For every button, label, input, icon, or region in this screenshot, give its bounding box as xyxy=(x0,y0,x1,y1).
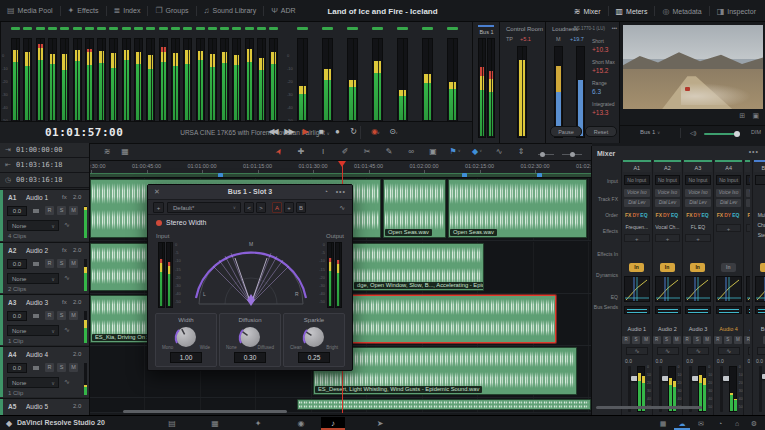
mixer-trackfx-chip[interactable]: Voice Iso xyxy=(655,189,681,197)
knob-dial[interactable] xyxy=(176,327,196,347)
flag-tool-icon[interactable]: ⚑ ∨ xyxy=(448,147,462,156)
mixer-add-effect-button[interactable]: + xyxy=(746,224,750,232)
trim-tool-icon[interactable]: ✚ xyxy=(294,147,308,156)
lock-icon[interactable] xyxy=(33,262,39,266)
mixer-effects-in-button[interactable]: In xyxy=(660,263,675,272)
panel-toggle-media-pool[interactable]: ▤Media Pool xyxy=(0,0,60,22)
record-voiceover-button[interactable]: ◉ ∨ xyxy=(368,127,383,136)
mixer-input-select[interactable]: No Input xyxy=(624,175,650,185)
knob-dial[interactable] xyxy=(304,327,324,347)
mixer-m-button[interactable]: M xyxy=(642,336,650,344)
loudness-menu[interactable]: ••• xyxy=(612,25,617,31)
mixer-trackfx-chip[interactable]: Voice Iso xyxy=(746,189,750,197)
page-button-deliver[interactable]: ➤ xyxy=(368,417,392,430)
track-preset-dropdown[interactable]: None∨ xyxy=(7,377,59,388)
track-header-A3[interactable]: A3Audio 3fx2.00.0RSMNone∨∿1 Clip xyxy=(0,294,90,345)
mixer-effect-name[interactable]: Multiba... xyxy=(755,212,765,218)
mixer-trackfx-chip[interactable]: Dial Lev xyxy=(716,199,742,207)
range-tool-icon[interactable]: I xyxy=(316,147,330,156)
timecode-row-duration[interactable]: ◷00:03:16:18 xyxy=(0,173,89,188)
mixer-pan-control[interactable]: ∿ xyxy=(718,347,740,355)
lock-icon[interactable] xyxy=(33,314,39,318)
play-button[interactable]: ▶ xyxy=(297,127,312,136)
automation-curve-icon[interactable]: ∿ xyxy=(64,378,70,386)
mixer-fader[interactable] xyxy=(759,366,762,412)
timecode-row-out-point[interactable]: ⇤01:03:16:18 xyxy=(0,158,89,173)
plugin-menu-icon[interactable]: ••• xyxy=(336,188,346,195)
panel-toggle-metadata[interactable]: ◎Metadata xyxy=(655,0,708,22)
plugin-titlebar[interactable]: ✕ Bus 1 - Slot 3 ◔ ••• xyxy=(148,185,352,200)
mixer-r-button[interactable]: R xyxy=(714,336,722,344)
track-r-button[interactable]: R xyxy=(45,311,54,320)
mixer-fader[interactable] xyxy=(720,366,723,412)
mixer-s-button[interactable]: S xyxy=(693,336,701,344)
track-gain-value[interactable]: 0.0 xyxy=(7,363,27,373)
collaboration-icon[interactable]: ◔ xyxy=(712,417,728,430)
timeline-h-scrollbar[interactable] xyxy=(123,410,287,413)
pen-tool-icon[interactable]: ✐ xyxy=(338,147,352,156)
mixer-h-scrollbar[interactable] xyxy=(596,406,702,409)
mixer-dynamics-graph[interactable] xyxy=(655,276,681,302)
mixer-order-indicator[interactable]: FXDYEQ xyxy=(714,212,744,218)
mixer-strip-A3[interactable]: A3No InputVoice IsoDial LevFXDYEQFL EQ+I… xyxy=(682,160,713,415)
page-button-color[interactable]: ◉ xyxy=(289,417,313,430)
mixer-effect-name[interactable]: Frequen... xyxy=(624,224,650,230)
track-m-button[interactable]: M xyxy=(69,206,78,215)
layout-presets-icon[interactable]: ▦ xyxy=(655,417,671,430)
preset-prev-button[interactable]: < xyxy=(244,202,254,213)
mixer-s-button[interactable]: S xyxy=(663,336,671,344)
rewind-button[interactable]: ◀◀ xyxy=(265,127,280,136)
mixer-m-button[interactable]: M xyxy=(703,336,711,344)
mixer-strip-A1[interactable]: A1No InputVoice IsoDial LevFXDYEQFrequen… xyxy=(621,160,652,415)
zoom-slider-v[interactable] xyxy=(562,154,582,155)
mixer-effects-in-button[interactable]: In xyxy=(690,263,705,272)
pause-button[interactable]: Pause xyxy=(550,126,582,137)
knob-sparkle[interactable]: SparkleCleanBright0.25 xyxy=(283,313,345,367)
automation-curve-icon[interactable]: ∿ xyxy=(64,326,70,334)
grab-still-icon[interactable]: ▣ xyxy=(752,112,759,120)
page-button-media[interactable]: ▤ xyxy=(160,417,184,430)
track-preset-dropdown[interactable]: None∨ xyxy=(7,273,59,284)
mixer-dynamics-graph[interactable] xyxy=(746,276,750,302)
mixer-order-indicator[interactable]: FXDYEQ xyxy=(744,212,750,218)
mixer-add-effect-button[interactable]: + xyxy=(655,234,681,242)
mixer-s-button[interactable]: S xyxy=(724,336,732,344)
messages-icon[interactable]: ✉ xyxy=(693,417,709,430)
timeline-scroller[interactable] xyxy=(90,173,592,177)
waveform-zoom-icon[interactable]: ∿ xyxy=(492,147,506,156)
track-s-button[interactable]: S xyxy=(57,363,66,372)
panel-toggle-groups[interactable]: ❐Groups xyxy=(148,0,195,22)
mixer-trackfx-chip[interactable]: Dial Lev xyxy=(685,199,711,207)
panel-toggle-index[interactable]: ≣Index xyxy=(107,0,148,22)
mixer-strip-A2[interactable]: A2No InputVoice IsoDial LevFXDYEQVocal C… xyxy=(652,160,683,415)
mixer-eq-thumbnail[interactable] xyxy=(755,306,765,314)
mixer-trackfx-chip[interactable]: Dial Lev xyxy=(746,199,750,207)
track-gain-value[interactable]: 0.0 xyxy=(7,311,27,321)
mixer-trackfx-chip[interactable]: Dial Lev xyxy=(655,199,681,207)
lock-icon[interactable] xyxy=(33,209,39,213)
page-button-fusion[interactable]: ✦ xyxy=(246,417,270,430)
selection-tool-icon[interactable]: ➤ xyxy=(272,143,287,160)
track-header-A5[interactable]: A5Audio 52.00.0RSM xyxy=(0,398,90,415)
record-button[interactable]: ● xyxy=(329,127,344,136)
mixer-strip-A4[interactable]: A4No InputVoice IsoDial LevFXDYEQ+InAudi… xyxy=(713,160,744,415)
track-preset-dropdown[interactable]: None∨ xyxy=(7,325,59,336)
track-header-A4[interactable]: A4Audio 42.00.0RSMNone∨∿1 Clip xyxy=(0,346,90,397)
panel-toggle-sound-library[interactable]: ♫Sound Library xyxy=(197,0,264,22)
bus-monitor-meter[interactable]: Bus 1 xyxy=(472,22,499,143)
track-r-button[interactable]: R xyxy=(45,206,54,215)
zoom-slider-h[interactable] xyxy=(538,154,554,155)
ab-copy-button[interactable]: + xyxy=(284,202,294,213)
mixer-dynamics-graph[interactable] xyxy=(755,276,765,302)
mixer-pan-control[interactable]: ∿ xyxy=(748,347,750,355)
monitor-bus-select[interactable]: Bus 1 ∨ xyxy=(640,129,660,135)
mixer-strip-Bus1[interactable]: Bus1Multiba...Chain FXStereo ...InBus 1M… xyxy=(752,160,765,415)
knob-value[interactable]: 1.00 xyxy=(170,352,202,363)
knob-dial[interactable] xyxy=(240,327,260,347)
mixer-effects-in-button[interactable]: In xyxy=(629,263,644,272)
playhead-handle[interactable] xyxy=(338,161,346,167)
track-r-button[interactable]: R xyxy=(45,363,54,372)
track-m-button[interactable]: M xyxy=(69,363,78,372)
mixer-effect-name[interactable]: Stereo ... xyxy=(755,232,765,238)
loop-button[interactable]: ↻ xyxy=(345,127,360,136)
